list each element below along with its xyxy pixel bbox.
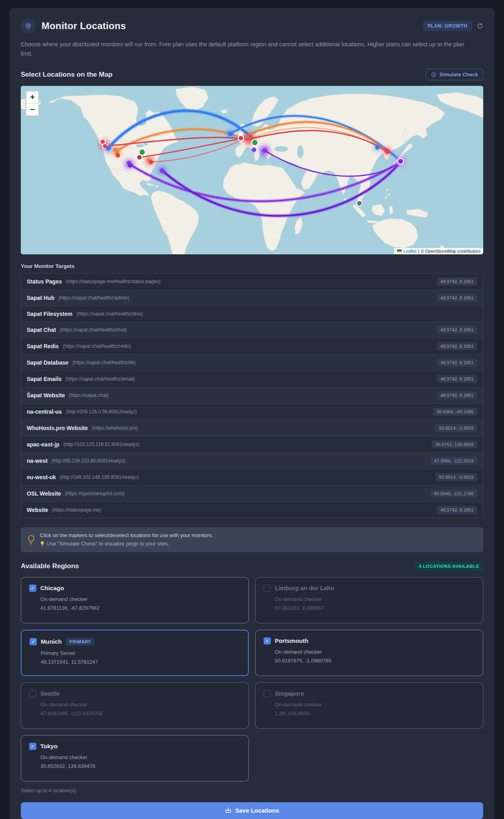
coords-badge: 48.9742, 8.1851 <box>437 342 477 350</box>
map-canvas <box>21 86 483 254</box>
map-zoom-control: + − <box>26 91 39 116</box>
locations-available-badge: 4 LOCATIONS AVAILABLE <box>415 562 483 571</box>
coords-badge: 48.9742, 8.1851 <box>437 278 477 286</box>
marker-singapore[interactable] <box>357 201 362 206</box>
play-circle-icon <box>431 72 437 77</box>
region-card-chicago[interactable]: ✓ Chicago On-demand checker 41.8781136, … <box>21 577 249 623</box>
marker-na-central[interactable] <box>137 155 142 160</box>
target-row: eu-west-uk(http://149.102.146.185:8081/r… <box>21 469 483 485</box>
target-row: Šapat Website(https://sapat.chat)48.9742… <box>21 387 483 403</box>
coords-badge: 38.6364, -90.1985 <box>433 408 477 416</box>
target-row: apac-east-jp(http://103.125.216.51:8081/… <box>21 436 483 452</box>
target-row: Sapat Database(https://sapat.chat/health… <box>21 354 483 371</box>
tip-line-2: Use "Simulate Check" to visualize pings … <box>47 540 169 548</box>
checkbox-checked[interactable]: ✓ <box>30 638 37 645</box>
map-attribution: Leaflet | © OpenStreetMap contributors <box>394 248 483 254</box>
target-row: Website(https://statuspage.me)48.9742, 8… <box>21 502 483 518</box>
zoom-out-button[interactable]: − <box>26 103 38 115</box>
page-header: Monitor Locations PLAN: GROWTH <box>21 18 483 34</box>
plan-badge: PLAN: GROWTH <box>423 21 472 31</box>
region-cards-grid: ✓ Chicago On-demand checker 41.8781136, … <box>21 577 483 781</box>
save-locations-button[interactable]: Save Locations <box>21 802 483 819</box>
tip-box: Click on the markers to select/deselect … <box>21 527 483 552</box>
coords-badge: 50.8514, -0.9903 <box>435 473 477 481</box>
target-row: na-west(http://85.239.233.60:8081/readyz… <box>21 452 483 469</box>
checkbox-checked[interactable]: ✓ <box>29 585 36 592</box>
marker-tokyo[interactable] <box>398 159 404 165</box>
target-row: Status Pages(https://statuspage.me/healt… <box>21 274 483 290</box>
checkbox-checked[interactable]: ✓ <box>29 743 36 750</box>
marker-portsmouth[interactable] <box>238 135 244 141</box>
ukraine-flag-icon <box>397 250 402 253</box>
primary-badge: PRIMARY <box>66 638 95 646</box>
marker-na-west[interactable] <box>106 146 111 151</box>
target-row: Sapat Emails(https://sapat.chat/healthz/… <box>21 371 483 387</box>
region-card-portsmouth[interactable]: ✓ Portsmouth On-demand checker 50.819767… <box>255 630 483 676</box>
monitor-locations-panel: Monitor Locations PLAN: GROWTH Choose wh… <box>10 8 494 819</box>
target-row: Sapat Redis(https://sapat.chat/healthz/r… <box>21 338 483 354</box>
coords-badge: 48.9742, 8.1851 <box>437 506 477 514</box>
zoom-in-button[interactable]: + <box>26 91 38 103</box>
marker-munich[interactable] <box>252 139 258 146</box>
region-card-singapore[interactable]: Singapore On-demand checker 1.29, 103.85… <box>255 682 483 729</box>
targets-list: Status Pages(https://statuspage.me/healt… <box>21 273 483 518</box>
checkbox-unchecked[interactable] <box>264 585 271 592</box>
coords-badge: 48.9742, 8.1851 <box>437 359 477 367</box>
simulate-check-button[interactable]: Simulate Check <box>426 69 483 80</box>
coords-badge: 48.9742, 8.1851 <box>437 391 477 399</box>
checkbox-unchecked[interactable] <box>29 690 36 697</box>
regions-heading: Available Regions <box>21 562 79 570</box>
checkbox-unchecked[interactable] <box>264 690 271 697</box>
coords-badge: 48.9742, 8.1851 <box>437 326 477 334</box>
region-card-seattle[interactable]: Seattle On-demand checker 47.6062095, -1… <box>21 682 249 729</box>
coords-badge: 47.3066, -122.2619 <box>430 457 477 465</box>
world-map[interactable]: + − Leaflet | © OpenStreetMap contributo… <box>21 86 483 254</box>
coords-badge: 50.8514, -0.9903 <box>435 424 477 432</box>
refresh-icon[interactable] <box>477 23 483 29</box>
coords-badge: 48.9742, 8.1851 <box>437 294 477 302</box>
selection-limit-note: Select up to 4 location(s). <box>21 788 483 793</box>
page-description: Choose where your distributed monitors w… <box>21 40 468 58</box>
target-row: Sapat Chat(https://sapat.chat/healthz/ch… <box>21 321 483 338</box>
target-row: na-central-us(http://209.126.0.56:8081/r… <box>21 403 483 420</box>
coords-badge: 35.6761, 139.6503 <box>432 440 477 448</box>
tip-line-1: Click on the markers to select/deselect … <box>40 531 213 539</box>
save-icon <box>225 807 232 814</box>
target-row: WhoHosts.pro Website(https://whohosts.pr… <box>21 420 483 436</box>
bulb-emoji-icon <box>40 541 45 547</box>
lightbulb-icon <box>27 535 35 545</box>
map-section-title: Select Locations on the Map <box>21 71 113 79</box>
target-row: Sapat Filesystem(https://sapat.chat/heal… <box>21 306 483 321</box>
marker-chicago[interactable] <box>139 149 145 155</box>
checkbox-checked[interactable]: ✓ <box>264 637 271 644</box>
targets-heading: Your Monitor Targets <box>21 263 483 269</box>
osm-attribution: © OpenStreetMap contributors <box>421 249 480 254</box>
region-card-limburg[interactable]: Limburg an der Lahn On-demand checker 50… <box>255 577 483 623</box>
coords-badge: 45.5945, -121.1786 <box>430 490 477 498</box>
target-row: Sapat Hub(https://sapat.chat/healthz/adm… <box>21 290 483 306</box>
leaflet-link[interactable]: Leaflet <box>403 249 417 254</box>
target-row: OSL Website(https://openstartuplist.com)… <box>21 485 483 502</box>
page-title: Monitor Locations <box>42 20 126 32</box>
coords-badge: 48.9742, 8.1851 <box>437 375 477 383</box>
region-card-munich[interactable]: ✓ Munich PRIMARY Primary Server 48.13715… <box>21 630 249 676</box>
region-card-tokyo[interactable]: ✓ Tokyo On-demand checker 35.652832, 139… <box>21 735 249 781</box>
location-pin-icon <box>21 18 36 34</box>
